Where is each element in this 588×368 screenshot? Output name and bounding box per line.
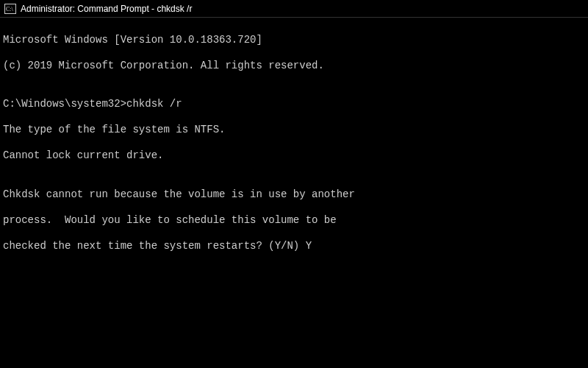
output-line: process. Would you like to schedule this… — [3, 214, 585, 227]
terminal-output[interactable]: Microsoft Windows [Version 10.0.18363.72… — [0, 18, 588, 269]
prompt-line: C:\Windows\system32>chkdsk /r — [3, 98, 585, 111]
output-line: checked the next time the system restart… — [3, 240, 585, 253]
window-title: Administrator: Command Prompt - chkdsk /… — [21, 4, 192, 14]
output-line: Cannot lock current drive. — [3, 149, 585, 163]
cmd-icon: C:\ — [4, 4, 16, 14]
command-text: chkdsk /r — [126, 98, 182, 110]
output-line: Microsoft Windows [Version 10.0.18363.72… — [3, 34, 585, 47]
window-titlebar: C:\ Administrator: Command Prompt - chkd… — [0, 0, 588, 18]
svg-text:C:\: C:\ — [6, 6, 14, 13]
output-line: The type of the file system is NTFS. — [3, 124, 585, 137]
output-line: Chkdsk cannot run because the volume is … — [3, 188, 585, 202]
prompt-text: C:\Windows\system32> — [3, 98, 126, 110]
output-line: (c) 2019 Microsoft Corporation. All righ… — [3, 60, 585, 73]
